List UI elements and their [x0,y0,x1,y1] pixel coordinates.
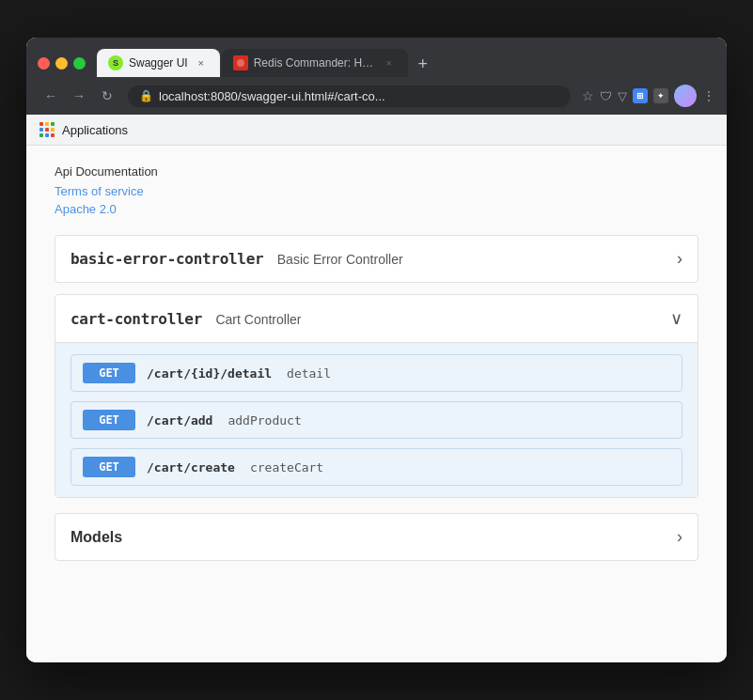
swagger-favicon: S [108,55,123,70]
toolbar-buttons: ☆ 🛡 ▽ ⊞ ✦ ⋮ [582,85,715,107]
method-badge-get-3: GET [83,457,135,477]
address-text: localhost:8080/swagger-ui.html#/cart-co.… [159,89,385,103]
endpoint-path-3: /cart/create [147,460,235,474]
tab-redis-label: Redis Commander: Home [254,56,376,70]
models-header[interactable]: Models › [55,514,698,560]
back-button[interactable]: ← [38,83,64,109]
forward-button[interactable]: → [66,83,92,109]
api-header: Api Documentation Terms of service Apach… [55,164,698,216]
cart-controller-name-row: cart-controller Cart Controller [71,310,301,328]
avatar[interactable] [674,85,697,107]
models-section: Models › [55,513,698,561]
cart-controller-section: cart-controller Cart Controller ∨ GET /c… [55,294,698,498]
models-title: Models [71,529,122,546]
cart-controller-body: GET /cart/{id}/detail detail GET /cart/a… [55,343,698,497]
tab-redis-close[interactable]: × [382,55,397,70]
basic-error-controller-name: basic-error-controller [71,250,263,268]
vpn-icon: ▽ [618,89,627,103]
basic-error-controller-header[interactable]: basic-error-controller Basic Error Contr… [55,236,698,282]
tab-redis[interactable]: Redis Commander: Home × [222,49,408,77]
endpoint-label-2: addProduct [227,413,301,428]
traffic-lights [38,57,86,70]
cart-controller-header[interactable]: cart-controller Cart Controller ∨ [55,295,698,343]
terms-of-service-link[interactable]: Terms of service [55,184,698,198]
cart-controller-chevron: ∨ [670,308,682,329]
extension-icon-1: ⊞ [633,88,648,103]
tabs-row: S Swagger UI × Redis Commander: Home [97,49,715,77]
bookmarks-toolbar: Applications [26,115,727,146]
address-bar-row: ← → ↻ 🔒 localhost:8080/swagger-ui.html#/… [26,77,727,115]
endpoint-path-1: /cart/{id}/detail [147,366,272,381]
shield-icon: 🛡 [600,89,612,103]
bookmark-icon[interactable]: ☆ [582,88,594,103]
lock-icon: 🔒 [139,89,153,102]
browser-menu-button[interactable]: ⋮ [702,88,715,103]
applications-label[interactable]: Applications [62,123,128,137]
browser-window: S Swagger UI × Redis Commander: Home [26,38,727,662]
endpoint-cart-add[interactable]: GET /cart/add addProduct [71,401,682,439]
method-badge-get-1: GET [83,363,135,383]
endpoint-label-1: detail [287,366,331,381]
basic-error-controller-section: basic-error-controller Basic Error Contr… [55,235,698,283]
license-link[interactable]: Apache 2.0 [55,202,698,216]
endpoint-cart-create[interactable]: GET /cart/create createCart [71,448,682,486]
close-window-button[interactable] [38,57,50,70]
redis-favicon [233,55,248,70]
reload-button[interactable]: ↻ [94,83,120,109]
api-title: Api Documentation [55,164,698,179]
new-tab-button[interactable]: + [410,51,436,77]
tab-swagger-close[interactable]: × [194,55,209,70]
models-chevron: › [677,527,682,547]
basic-error-controller-chevron: › [677,249,682,269]
method-badge-get-2: GET [83,410,135,430]
endpoint-cart-detail[interactable]: GET /cart/{id}/detail detail [71,354,682,392]
extension-icon-2: ✦ [653,88,668,103]
maximize-window-button[interactable] [73,57,86,70]
browser-chrome: S Swagger UI × Redis Commander: Home [26,38,727,146]
tab-swagger-label: Swagger UI [129,56,188,70]
endpoint-path-2: /cart/add [147,413,212,428]
address-bar[interactable]: 🔒 localhost:8080/swagger-ui.html#/cart-c… [128,86,571,107]
cart-controller-desc: Cart Controller [215,312,301,327]
title-bar: S Swagger UI × Redis Commander: Home [26,38,727,77]
minimize-window-button[interactable] [55,57,68,70]
cart-controller-name: cart-controller [71,310,202,328]
endpoint-label-3: createCart [250,460,323,474]
tab-swagger[interactable]: S Swagger UI × [97,49,220,77]
page-content: Api Documentation Terms of service Apach… [26,146,727,662]
controller-name-row: basic-error-controller Basic Error Contr… [71,250,403,268]
apps-icon [38,120,56,139]
basic-error-controller-desc: Basic Error Controller [277,252,403,267]
svg-point-0 [237,59,244,67]
nav-buttons: ← → ↻ [38,83,120,109]
